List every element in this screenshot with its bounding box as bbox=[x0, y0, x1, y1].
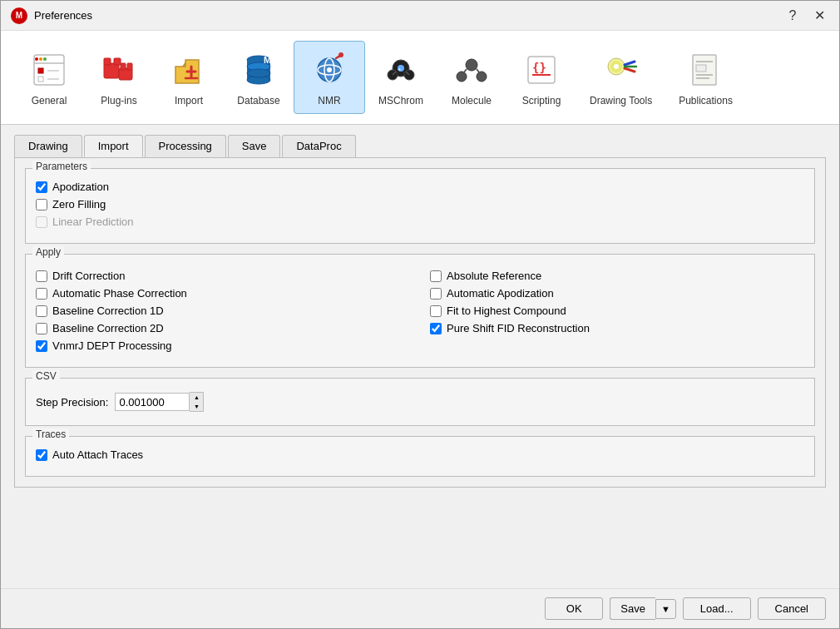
drift-correction-row: Drift Correction bbox=[36, 270, 410, 282]
svg-point-43 bbox=[614, 64, 619, 69]
mschrom-label: MSChrom bbox=[378, 95, 423, 106]
auto-phase-label: Automatic Phase Correction bbox=[52, 287, 187, 300]
traces-legend: Traces bbox=[32, 428, 69, 440]
title-bar-left: M Preferences bbox=[11, 7, 92, 24]
window-title: Preferences bbox=[34, 9, 92, 22]
vnmrj-dept-row: VnmrJ DEPT Processing bbox=[36, 339, 410, 352]
linear-prediction-checkbox[interactable] bbox=[36, 216, 47, 228]
nav-molecule[interactable]: Molecule bbox=[437, 42, 506, 113]
baseline-1d-label: Baseline Correction 1D bbox=[52, 305, 164, 317]
svg-rect-49 bbox=[696, 65, 706, 72]
molecule-icon bbox=[450, 48, 493, 92]
mschrom-icon: + bbox=[379, 48, 422, 92]
traces-section: Traces Auto Attach Traces bbox=[25, 436, 815, 477]
svg-rect-2 bbox=[38, 68, 43, 73]
tab-dataproc[interactable]: DataProc bbox=[282, 135, 355, 157]
apply-grid: Drift Correction Automatic Phase Correct… bbox=[36, 261, 804, 357]
auto-attach-traces-row: Auto Attach Traces bbox=[36, 448, 804, 461]
svg-point-7 bbox=[39, 57, 42, 61]
nav-nmr[interactable]: NMR bbox=[294, 41, 365, 114]
step-precision-label: Step Precision: bbox=[36, 396, 108, 409]
absolute-reference-label: Absolute Reference bbox=[447, 270, 541, 282]
nav-import[interactable]: Import bbox=[154, 42, 224, 113]
absolute-reference-checkbox[interactable] bbox=[430, 270, 442, 282]
button-bar: OK Save ▼ Load... Cancel bbox=[1, 588, 839, 628]
database-label: Database bbox=[237, 95, 279, 106]
save-main-button[interactable]: Save bbox=[610, 597, 655, 620]
close-button[interactable]: ✕ bbox=[809, 6, 829, 26]
icon-strip: General Plug-ins bbox=[1, 31, 839, 125]
tab-processing[interactable]: Processing bbox=[145, 135, 226, 157]
nmr-label: NMR bbox=[318, 95, 340, 106]
parameters-legend: Parameters bbox=[32, 161, 91, 172]
pure-shift-row: Pure Shift FID Reconstruction bbox=[430, 322, 804, 334]
drawing-tools-label: Drawing Tools bbox=[590, 95, 652, 106]
nav-publications[interactable]: Publications bbox=[665, 42, 746, 113]
tab-bar: Drawing Import Processing Save DataProc bbox=[14, 135, 826, 157]
apply-legend: Apply bbox=[32, 246, 64, 258]
general-label: General bbox=[32, 95, 67, 106]
vnmrj-dept-label: VnmrJ DEPT Processing bbox=[52, 339, 172, 352]
fit-highest-compound-row: Fit to Highest Compound bbox=[430, 305, 804, 317]
svg-rect-4 bbox=[38, 77, 43, 82]
nav-general[interactable]: General bbox=[14, 42, 84, 113]
tab-import[interactable]: Import bbox=[84, 135, 143, 157]
cancel-button[interactable]: Cancel bbox=[758, 597, 826, 620]
apodization-row: Apodization bbox=[36, 181, 804, 193]
step-precision-input[interactable]: 0.001000 bbox=[115, 393, 190, 411]
nav-database[interactable]: M Database bbox=[224, 42, 294, 113]
spinner-up-button[interactable]: ▲ bbox=[190, 393, 203, 402]
apodization-checkbox[interactable] bbox=[36, 181, 47, 193]
preferences-window: M Preferences ? ✕ bbox=[0, 0, 840, 629]
title-bar-right: ? ✕ bbox=[783, 6, 829, 26]
import-label: Import bbox=[175, 95, 203, 106]
nmr-icon bbox=[308, 48, 351, 92]
svg-text:M: M bbox=[264, 55, 271, 65]
scripting-icon: {} bbox=[520, 48, 563, 92]
vnmrj-dept-checkbox[interactable] bbox=[36, 340, 47, 352]
nav-plugins[interactable]: Plug-ins bbox=[84, 42, 154, 113]
auto-phase-checkbox[interactable] bbox=[36, 288, 47, 300]
apply-section: Apply Drift Correction Automatic Phase C… bbox=[25, 254, 815, 368]
nav-scripting[interactable]: {} Scripting bbox=[506, 42, 576, 113]
pure-shift-label: Pure Shift FID Reconstruction bbox=[447, 322, 590, 334]
save-dropdown-button[interactable]: ▼ bbox=[655, 599, 676, 619]
baseline-2d-checkbox[interactable] bbox=[36, 323, 47, 334]
csv-row: Step Precision: 0.001000 ▲ ▼ bbox=[36, 385, 804, 415]
zero-filling-checkbox[interactable] bbox=[36, 199, 47, 210]
database-icon: M bbox=[237, 48, 280, 92]
svg-rect-14 bbox=[127, 63, 132, 70]
absolute-reference-row: Absolute Reference bbox=[430, 270, 804, 282]
csv-section: CSV Step Precision: 0.001000 ▲ ▼ bbox=[25, 378, 815, 426]
drawing-tools-icon bbox=[600, 48, 643, 92]
pure-shift-checkbox[interactable] bbox=[430, 323, 442, 334]
tab-drawing[interactable]: Drawing bbox=[14, 135, 82, 157]
svg-point-6 bbox=[35, 57, 38, 61]
content-area: Drawing Import Processing Save DataProc … bbox=[1, 125, 839, 588]
linear-prediction-label: Linear Prediction bbox=[52, 215, 134, 228]
nav-drawing-tools[interactable]: Drawing Tools bbox=[576, 42, 665, 113]
svg-point-34 bbox=[457, 72, 467, 82]
zero-filling-row: Zero Filling bbox=[36, 198, 804, 210]
auto-apodization-label: Automatic Apodization bbox=[447, 287, 554, 300]
fit-highest-checkbox[interactable] bbox=[430, 305, 442, 317]
svg-point-25 bbox=[338, 52, 343, 57]
auto-apodization-checkbox[interactable] bbox=[430, 288, 442, 300]
baseline-1d-checkbox[interactable] bbox=[36, 305, 47, 317]
zero-filling-label: Zero Filling bbox=[52, 198, 106, 210]
import-icon bbox=[167, 48, 210, 92]
svg-text:{}: {} bbox=[532, 61, 546, 74]
drift-correction-label: Drift Correction bbox=[52, 270, 125, 282]
drift-correction-checkbox[interactable] bbox=[36, 270, 47, 282]
svg-rect-9 bbox=[104, 63, 119, 78]
ok-button[interactable]: OK bbox=[545, 597, 603, 620]
spinner-down-button[interactable]: ▼ bbox=[190, 402, 203, 411]
apply-right: Absolute Reference Automatic Apodization… bbox=[430, 265, 804, 357]
plugins-icon bbox=[97, 48, 141, 92]
tab-save[interactable]: Save bbox=[228, 135, 281, 157]
svg-point-24 bbox=[327, 67, 332, 72]
nav-mschrom[interactable]: + MSChrom bbox=[365, 42, 437, 113]
help-button[interactable]: ? bbox=[783, 6, 803, 26]
load-button[interactable]: Load... bbox=[683, 597, 751, 620]
auto-attach-traces-checkbox[interactable] bbox=[36, 449, 47, 461]
